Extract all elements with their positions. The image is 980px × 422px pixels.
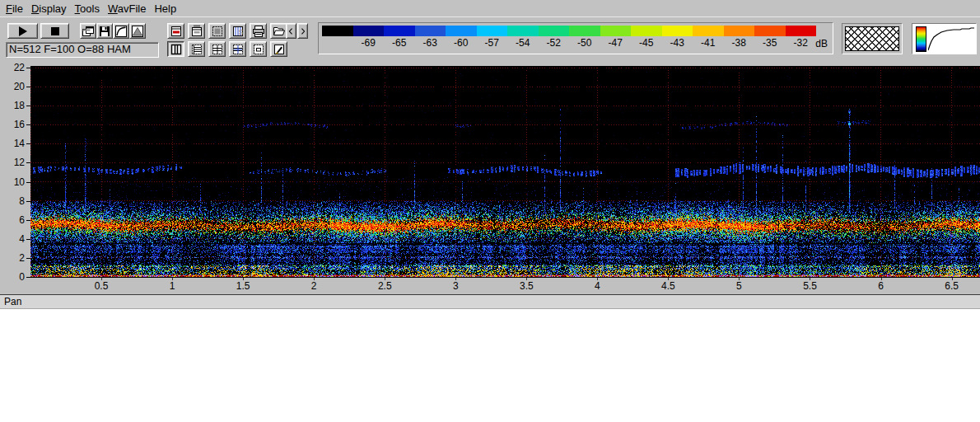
display-marks-icon xyxy=(190,25,203,38)
colorbar-labels: -69-65-63-60-57-54-52-50-47-45-43-41-38-… xyxy=(322,37,816,50)
spectrogram-app: FileDisplayToolsWavFileHelp S N=512 F=10… xyxy=(0,0,980,422)
colorbar-segment xyxy=(631,26,662,36)
time-axis-tick xyxy=(526,278,527,280)
layout-inner-box-button[interactable] xyxy=(250,41,267,57)
analysis-settings-readout: N=512 F=100 O=88 HAM xyxy=(6,42,159,58)
time-axis-tick xyxy=(243,278,244,280)
time-axis-label: 3.5 xyxy=(510,280,543,292)
menu-display[interactable]: Display xyxy=(27,2,71,16)
status-bar: Pan xyxy=(0,295,980,309)
time-axis-tick xyxy=(810,278,810,280)
menu-bar: FileDisplayToolsWavFileHelp xyxy=(0,0,980,17)
layout-rows-icon xyxy=(190,43,203,56)
colorbar-segment xyxy=(662,26,693,36)
colorbar-segment xyxy=(477,26,508,36)
layout-grid-button[interactable] xyxy=(208,41,226,57)
next-button[interactable] xyxy=(297,23,308,39)
menu-help[interactable]: Help xyxy=(150,2,180,16)
colorbar-label: -41 xyxy=(693,37,724,50)
stop-icon xyxy=(49,25,62,38)
colorbar-segment xyxy=(724,26,755,36)
layout-columns-button[interactable] xyxy=(167,41,184,57)
prev-button[interactable] xyxy=(286,23,296,39)
freq-axis-label: 0 xyxy=(3,271,25,283)
colorbar-label: -50 xyxy=(569,37,600,50)
menu-file[interactable]: File xyxy=(2,2,27,16)
time-axis-label: 2.5 xyxy=(368,280,401,292)
colorbar-label: -47 xyxy=(600,37,632,50)
view-scroll-button[interactable]: S xyxy=(229,23,246,39)
freq-axis-label: 8 xyxy=(3,195,25,207)
freq-axis-label: 14 xyxy=(3,138,25,149)
colorbar-segment xyxy=(754,26,786,36)
colorbar-panel: -69-65-63-60-57-54-52-50-47-45-43-41-38-… xyxy=(318,22,833,54)
freq-axis-label: 4 xyxy=(3,233,25,245)
colorbar-segment xyxy=(600,26,632,36)
view-shaded-button[interactable] xyxy=(208,23,226,39)
colorbar-segment xyxy=(446,26,477,36)
stop-button[interactable] xyxy=(40,23,69,39)
colorbar-segment xyxy=(693,26,724,36)
time-axis-label: 0.5 xyxy=(85,280,118,292)
colorbar-label xyxy=(322,37,353,50)
view-spectrogram-button[interactable] xyxy=(167,23,184,39)
colorbar-label: -57 xyxy=(477,37,508,50)
crosshatch-pattern xyxy=(845,26,899,51)
open-file-button[interactable] xyxy=(270,23,287,39)
freq-axis-label: 12 xyxy=(3,157,25,168)
open-folder-icon xyxy=(273,25,286,38)
colorbar-label: -69 xyxy=(353,37,385,50)
colorbar-segment xyxy=(507,26,539,36)
view-marks-button[interactable] xyxy=(188,23,205,39)
colorbar-label: -60 xyxy=(446,37,477,50)
time-axis-tick xyxy=(314,278,315,280)
layout-grid-cross-icon xyxy=(231,43,245,56)
freq-axis-label: 16 xyxy=(3,119,25,130)
layout-grid-icon xyxy=(211,43,224,56)
save-button[interactable] xyxy=(96,23,113,39)
colorbar-label: -38 xyxy=(724,37,755,50)
time-axis-tick xyxy=(101,278,102,280)
display-s-icon: S xyxy=(231,25,245,38)
colorbar-label: -32 xyxy=(786,37,817,50)
spectrogram-canvas[interactable] xyxy=(30,66,980,278)
window-function-icon xyxy=(131,25,144,38)
time-axis-label: 1.5 xyxy=(226,280,259,292)
menu-wavfile[interactable]: WavFile xyxy=(104,2,150,16)
gain-curve-icon xyxy=(114,25,128,38)
time-axis-label: 6 xyxy=(865,280,898,292)
time-axis-label: 5.5 xyxy=(793,280,826,292)
right-chevron-icon xyxy=(298,25,307,38)
time-axis-label: 4 xyxy=(581,280,614,292)
hatch-pattern-widget xyxy=(842,23,903,54)
time-axis-label: 2 xyxy=(297,280,330,292)
colorbar-label: -43 xyxy=(662,37,693,50)
floppy-disk-icon xyxy=(98,25,111,38)
cascade-display-button[interactable] xyxy=(80,23,96,39)
gain-curve-button[interactable] xyxy=(113,23,129,39)
colorbar-label: -63 xyxy=(415,37,446,50)
colorbar-segment xyxy=(786,26,817,36)
print-button[interactable] xyxy=(250,23,267,39)
time-axis-tick xyxy=(455,278,456,280)
colorbar-label: -45 xyxy=(631,37,662,50)
colorbar-label: -35 xyxy=(754,37,786,50)
colorbar-segment xyxy=(415,26,446,36)
time-axis-tick xyxy=(739,278,740,280)
play-button[interactable] xyxy=(7,23,38,39)
window-function-button[interactable] xyxy=(129,23,146,39)
play-icon xyxy=(16,25,30,38)
layout-rows-button[interactable] xyxy=(188,41,205,57)
time-axis-label: 5 xyxy=(722,280,755,292)
display-red-bar-icon xyxy=(170,25,183,38)
freq-axis-label: 20 xyxy=(3,81,25,92)
edit-annotate-button[interactable] xyxy=(270,41,287,57)
layout-grid-cross-button[interactable] xyxy=(229,41,246,57)
time-axis-tick xyxy=(597,278,598,280)
freq-axis-label: 18 xyxy=(3,100,25,111)
menu-tools[interactable]: Tools xyxy=(71,2,104,16)
printer-icon xyxy=(252,25,265,38)
time-axis-tick xyxy=(881,278,882,280)
freq-axis-label: 22 xyxy=(3,62,25,73)
freq-axis-label: 2 xyxy=(3,252,25,264)
